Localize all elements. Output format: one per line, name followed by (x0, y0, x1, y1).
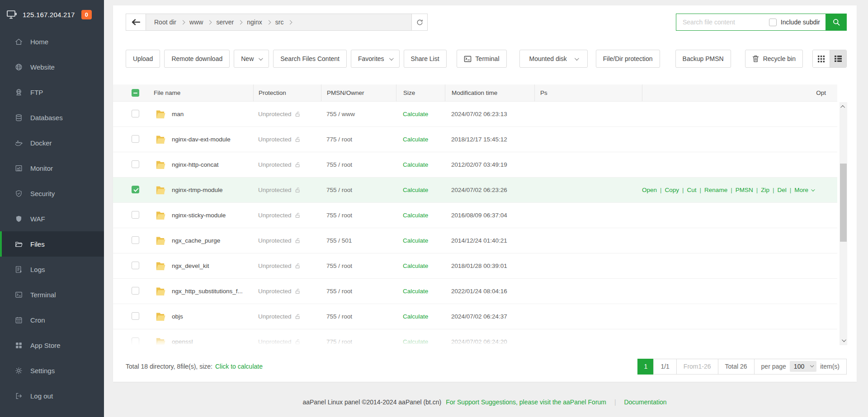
forum-link[interactable]: For Support Suggestions, please visit th… (446, 398, 606, 406)
upload-button[interactable]: Upload (126, 50, 160, 68)
file-name[interactable]: openssl (172, 338, 193, 345)
table-scrollbar[interactable] (840, 102, 847, 345)
calculate-size-link[interactable]: Calculate (403, 161, 428, 168)
file-name[interactable]: ngx_http_substitutions_f... (172, 288, 243, 295)
favorites-dropdown-button[interactable]: Favorites (351, 50, 400, 68)
calculate-size-link[interactable]: Calculate (403, 338, 428, 345)
sidebar-item-ftp[interactable]: FTP (0, 80, 104, 105)
documentation-link[interactable]: Documentation (624, 398, 666, 406)
unlock-icon[interactable] (295, 187, 301, 193)
sidebar-item-monitor[interactable]: Monitor (0, 155, 104, 181)
zip-action[interactable]: Zip (761, 187, 769, 193)
calculate-size-link[interactable]: Calculate (403, 313, 428, 320)
unlock-icon[interactable] (295, 136, 301, 143)
file-dir-protection-button[interactable]: File/Dir protection (596, 50, 660, 68)
unlock-icon[interactable] (295, 212, 301, 219)
sidebar-item-settings[interactable]: Settings (0, 358, 104, 383)
pmsn-action[interactable]: PMSN (736, 187, 753, 193)
select-all-checkbox[interactable] (132, 89, 139, 97)
rename-action[interactable]: Rename (704, 187, 727, 193)
more-dropdown-action[interactable]: More (794, 187, 808, 193)
file-name[interactable]: nginx-rtmp-module (172, 187, 223, 193)
sidebar-item-home[interactable]: Home (0, 29, 104, 54)
sidebar-item-logs[interactable]: Logs (0, 257, 104, 282)
file-name[interactable]: ngx_devel_kit (172, 262, 209, 269)
table-row[interactable]: openssl Unprotected 775 / root Calculate… (113, 329, 837, 345)
scroll-up-button[interactable] (840, 103, 847, 111)
sidebar-item-databases[interactable]: Databases (0, 105, 104, 130)
breadcrumb-item-server[interactable]: server (216, 19, 234, 26)
unlock-icon[interactable] (295, 314, 301, 320)
breadcrumb-item-src[interactable]: src (275, 19, 284, 26)
calculate-size-link[interactable]: Calculate (403, 187, 428, 193)
sidebar-item-terminal[interactable]: Terminal (0, 282, 104, 307)
calculate-size-link[interactable]: Calculate (403, 237, 428, 244)
search-button[interactable] (826, 14, 847, 31)
copy-action[interactable]: Copy (665, 187, 679, 193)
row-checkbox[interactable] (132, 312, 139, 320)
search-input[interactable] (683, 19, 769, 26)
cut-action[interactable]: Cut (687, 187, 697, 193)
row-checkbox[interactable] (132, 110, 139, 117)
file-name[interactable]: nginx-sticky-module (172, 212, 226, 219)
open-action[interactable]: Open (642, 187, 657, 193)
sidebar-item-website[interactable]: Website (0, 54, 104, 80)
breadcrumb-item-root[interactable]: Root dir (154, 19, 176, 26)
page-1-button[interactable]: 1 (637, 359, 654, 375)
file-name[interactable]: man (172, 111, 184, 117)
file-name[interactable]: ngx_cache_purge (172, 237, 220, 244)
grid-view-button[interactable] (813, 50, 830, 67)
remote-download-button[interactable]: Remote download (164, 50, 230, 68)
row-checkbox[interactable] (132, 236, 139, 244)
sidebar-item-security[interactable]: Security (0, 181, 104, 206)
include-subdir-checkbox[interactable] (769, 19, 777, 26)
calculate-size-link[interactable]: Calculate (403, 262, 428, 269)
file-name[interactable]: nginx-http-concat (172, 161, 219, 168)
refresh-button[interactable] (412, 14, 428, 31)
sidebar-item-app-store[interactable]: App Store (0, 333, 104, 358)
scrollbar-thumb[interactable] (840, 164, 847, 242)
list-view-button[interactable] (830, 50, 846, 67)
sidebar-item-logout[interactable]: Log out (0, 383, 104, 408)
del-action[interactable]: Del (777, 187, 786, 193)
table-row[interactable]: nginx-http-concat Unprotected 755 / root… (113, 152, 837, 178)
unlock-icon[interactable] (295, 111, 301, 117)
per-page-select[interactable]: 100 (790, 361, 816, 372)
mounted-disk-dropdown-button[interactable]: Mounted disk (519, 50, 588, 68)
row-checkbox[interactable] (132, 135, 139, 143)
unlock-icon[interactable] (295, 339, 301, 345)
file-name[interactable]: objs (172, 313, 183, 320)
breadcrumb-item-www[interactable]: www (189, 19, 203, 26)
message-count-badge[interactable]: 0 (81, 10, 92, 19)
calculate-total-size-link[interactable]: Click to calculate (215, 363, 263, 370)
unlock-icon[interactable] (295, 263, 301, 269)
calculate-size-link[interactable]: Calculate (403, 111, 428, 117)
back-button[interactable] (126, 14, 146, 31)
table-row[interactable]: nginx-dav-ext-module Unprotected 775 / r… (113, 127, 837, 152)
table-row[interactable]: ngx_devel_kit Unprotected 755 / root Cal… (113, 253, 837, 279)
backup-pmsn-button[interactable]: Backup PMSN (675, 50, 731, 68)
file-name[interactable]: nginx-dav-ext-module (172, 136, 231, 143)
row-checkbox[interactable] (132, 287, 139, 295)
table-row[interactable]: man Unprotected 755 / www Calculate 2024… (113, 102, 837, 127)
row-checkbox[interactable] (132, 160, 139, 168)
search-files-content-button[interactable]: Search Files Content (273, 50, 347, 68)
row-checkbox[interactable] (132, 211, 139, 219)
calculate-size-link[interactable]: Calculate (403, 136, 428, 143)
server-block[interactable]: 125.167.204.217 0 (0, 0, 104, 29)
row-checkbox[interactable] (132, 337, 139, 345)
sidebar-item-files[interactable]: Files (0, 231, 104, 257)
sidebar-item-cron[interactable]: Cron (0, 307, 104, 333)
sidebar-item-waf[interactable]: WAF (0, 206, 104, 231)
terminal-button[interactable]: Terminal (457, 50, 507, 68)
unlock-icon[interactable] (295, 162, 301, 168)
table-row[interactable]: nginx-sticky-module Unprotected 755 / ro… (113, 203, 837, 228)
new-dropdown-button[interactable]: New (234, 50, 269, 68)
row-checkbox[interactable] (132, 262, 139, 269)
table-row[interactable]: ngx_cache_purge Unprotected 755 / 501 Ca… (113, 228, 837, 253)
row-checkbox[interactable] (132, 186, 139, 193)
calculate-size-link[interactable]: Calculate (403, 288, 428, 295)
table-row[interactable]: objs Unprotected 755 / root Calculate 20… (113, 304, 837, 329)
unlock-icon[interactable] (295, 288, 301, 295)
calculate-size-link[interactable]: Calculate (403, 212, 428, 219)
